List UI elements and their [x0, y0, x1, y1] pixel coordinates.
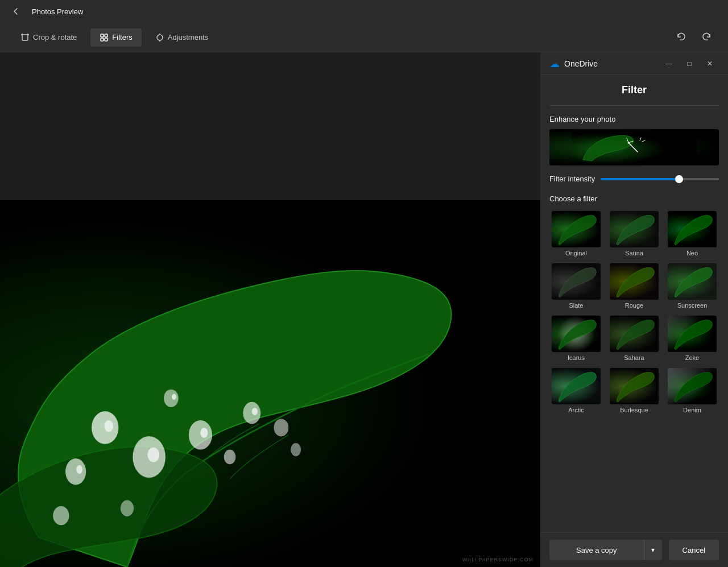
- svg-point-22: [65, 458, 86, 485]
- svg-point-19: [200, 428, 208, 438]
- intensity-track: [601, 178, 677, 180]
- save-copy-dropdown-button[interactable]: ▾: [644, 540, 662, 560]
- onedrive-icon: ☁: [549, 57, 560, 70]
- window-controls: — □ ✕: [660, 55, 719, 73]
- filter-name-sauna: Sauna: [625, 250, 643, 256]
- svg-point-18: [189, 420, 212, 450]
- minimize-button[interactable]: —: [660, 55, 678, 73]
- filter-name-icarus: Icarus: [568, 354, 585, 361]
- svg-point-24: [164, 390, 179, 407]
- save-copy-button[interactable]: Save a copy: [549, 540, 644, 560]
- filter-item-arctic[interactable]: Arctic: [549, 367, 603, 415]
- svg-point-23: [76, 465, 82, 474]
- redo-button[interactable]: [696, 27, 717, 48]
- filter-item-icarus[interactable]: Icarus: [549, 314, 603, 362]
- enhance-preview[interactable]: [549, 129, 719, 165]
- photo-area: wallpaperswide.com: [0, 52, 540, 567]
- cancel-button[interactable]: Cancel: [669, 540, 719, 560]
- svg-point-15: [104, 420, 113, 432]
- filter-item-sauna[interactable]: Sauna: [607, 210, 661, 258]
- filter-thumb-icarus: [552, 316, 601, 352]
- svg-rect-8: [105, 38, 107, 41]
- main-content: wallpaperswide.com ☁ OneDrive — □ ✕ Filt…: [0, 52, 728, 567]
- back-button[interactable]: [7, 2, 25, 20]
- filter-name-zeke: Zeke: [685, 354, 699, 361]
- svg-point-26: [224, 450, 236, 465]
- svg-point-29: [291, 443, 301, 456]
- filter-name-denim: Denim: [683, 407, 701, 413]
- filter-thumb-sahara: [610, 316, 659, 352]
- filter-thumb-burlesque: [610, 368, 659, 404]
- filter-item-slate[interactable]: Slate: [549, 262, 603, 310]
- intensity-slider[interactable]: [601, 178, 719, 180]
- filter-item-denim[interactable]: Denim: [665, 367, 719, 415]
- filter-name-slate: Slate: [569, 302, 583, 309]
- filter-thumb-slate: [552, 263, 601, 300]
- onedrive-header: ☁ OneDrive — □ ✕: [540, 52, 728, 75]
- filters-label: Filters: [112, 33, 132, 42]
- svg-point-20: [243, 402, 260, 424]
- save-copy-label: Save a copy: [576, 546, 617, 554]
- onedrive-brand: ☁ OneDrive: [549, 57, 598, 70]
- crop-rotate-label: Crop & rotate: [33, 33, 77, 42]
- filter-item-sunscreen[interactable]: Sunscreen: [665, 262, 719, 310]
- filter-thumb-zeke: [668, 316, 717, 352]
- photo-container: wallpaperswide.com: [0, 200, 540, 567]
- intensity-thumb[interactable]: [675, 175, 683, 183]
- onedrive-label: OneDrive: [564, 59, 598, 68]
- svg-point-9: [157, 35, 163, 40]
- bottom-bar: Save a copy ▾ Cancel: [540, 532, 728, 567]
- dropdown-icon: ▾: [651, 546, 655, 554]
- filter-name-neo: Neo: [686, 250, 698, 256]
- adjustments-button[interactable]: Adjustments: [146, 28, 218, 47]
- filters-button[interactable]: Filters: [90, 28, 141, 47]
- filter-item-original[interactable]: Original: [549, 210, 603, 258]
- svg-point-27: [274, 419, 288, 436]
- filter-thumb-sunscreen: [668, 263, 717, 300]
- maximize-button[interactable]: □: [680, 55, 698, 73]
- svg-point-30: [53, 506, 69, 525]
- app-title: Photos Preview: [32, 7, 83, 16]
- toolbar: Crop & rotate Filters Adjustments: [0, 23, 728, 52]
- undo-button[interactable]: [671, 27, 692, 48]
- choose-filter-label: Choose a filter: [549, 194, 719, 203]
- main-photo: wallpaperswide.com: [0, 200, 540, 567]
- filter-name-original: Original: [565, 250, 587, 256]
- filter-thumb-sauna: [610, 211, 659, 247]
- svg-point-17: [148, 448, 160, 462]
- filter-panel: Filter Enhance your photo: [540, 75, 728, 532]
- filter-thumb-neo: [668, 211, 717, 247]
- filter-item-neo[interactable]: Neo: [665, 210, 719, 258]
- filter-panel-title: Filter: [549, 84, 719, 96]
- cancel-label: Cancel: [682, 546, 705, 554]
- enhance-label: Enhance your photo: [549, 115, 719, 123]
- crop-rotate-button[interactable]: Crop & rotate: [11, 28, 86, 47]
- svg-rect-0: [22, 35, 28, 40]
- close-button[interactable]: ✕: [701, 55, 719, 73]
- filter-item-sahara[interactable]: Sahara: [607, 314, 661, 362]
- filter-name-arctic: Arctic: [568, 407, 584, 413]
- filter-grid: Original Sauna Neo Slate Rouge Sunscreen…: [549, 210, 719, 415]
- filter-thumb-arctic: [552, 368, 601, 404]
- title-bar: Photos Preview: [0, 0, 728, 23]
- right-panel: ☁ OneDrive — □ ✕ Filter Enhance your pho…: [540, 52, 728, 567]
- filter-thumb-rouge: [610, 263, 659, 300]
- svg-point-36: [628, 142, 630, 144]
- filter-item-zeke[interactable]: Zeke: [665, 314, 719, 362]
- filter-thumb-denim: [668, 368, 717, 404]
- svg-rect-6: [105, 34, 107, 37]
- svg-point-25: [172, 394, 176, 400]
- filter-name-burlesque: Burlesque: [620, 407, 648, 413]
- svg-rect-7: [101, 38, 104, 41]
- filter-thumb-original: [552, 211, 601, 247]
- filter-item-rouge[interactable]: Rouge: [607, 262, 661, 310]
- intensity-label: Filter intensity: [549, 175, 595, 183]
- svg-rect-5: [101, 34, 104, 37]
- filter-name-rouge: Rouge: [625, 302, 643, 309]
- filter-name-sahara: Sahara: [624, 354, 644, 361]
- svg-point-28: [121, 500, 134, 516]
- svg-point-21: [252, 408, 258, 415]
- photo-top-spacing: [0, 52, 540, 200]
- divider: [549, 105, 719, 106]
- filter-item-burlesque[interactable]: Burlesque: [607, 367, 661, 415]
